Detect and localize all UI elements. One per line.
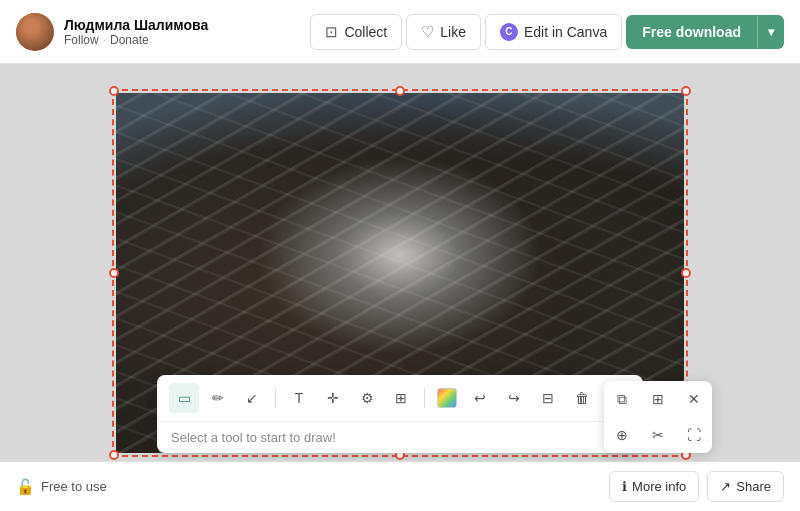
share-label: Share	[736, 479, 771, 494]
bottom-right-actions: ℹ More info ↗ Share	[609, 471, 784, 502]
dot-separator: ·	[103, 33, 106, 47]
pen-tool-button[interactable]: ✏	[203, 383, 233, 413]
info-icon: ℹ	[622, 479, 627, 494]
more-info-label: More info	[632, 479, 686, 494]
collect-button[interactable]: ⊡ Collect	[310, 14, 402, 50]
like-button[interactable]: ♡ Like	[406, 14, 481, 50]
delete-button[interactable]: ⊟	[533, 383, 563, 413]
rt-add-button[interactable]: ⊕	[604, 417, 640, 453]
collect-label: Collect	[344, 24, 387, 40]
like-label: Like	[440, 24, 466, 40]
user-info: Людмила Шалимова Follow · Donate	[16, 13, 208, 51]
edit-in-canva-button[interactable]: C Edit in Canva	[485, 14, 622, 50]
edit-in-canva-label: Edit in Canva	[524, 24, 607, 40]
free-download-button[interactable]: Free download ▾	[626, 15, 784, 49]
toolbar-separator-2	[424, 388, 425, 408]
trash-button[interactable]: 🗑	[567, 383, 597, 413]
settings-tool-button[interactable]: ⚙	[352, 383, 382, 413]
right-toolbar: ⧉ ⊞ ✕ ⊕ ✂ ⛶	[604, 381, 712, 453]
undo-button[interactable]: ↩	[465, 383, 495, 413]
share-icon: ↗	[720, 479, 731, 494]
share-button[interactable]: ↗ Share	[707, 471, 784, 502]
collect-icon: ⊡	[325, 23, 338, 41]
free-to-use-label: Free to use	[41, 479, 107, 494]
toolbar-top: ▭ ✏ ↙ T ✛ ⚙ ⊞ ↩ ↪ ⊟ 🗑 ⋯	[157, 375, 643, 422]
more-info-button[interactable]: ℹ More info	[609, 471, 699, 502]
heart-icon: ♡	[421, 23, 434, 41]
rt-close-button[interactable]: ✕	[676, 381, 712, 417]
rectangle-tool-button[interactable]: ▭	[169, 383, 199, 413]
toolbar-hint: Select a tool to start to draw!	[157, 422, 643, 453]
avatar[interactable]	[16, 13, 54, 51]
canva-icon: C	[500, 23, 518, 41]
text-tool-button[interactable]: T	[284, 383, 314, 413]
rt-grid-button[interactable]: ⊞	[640, 381, 676, 417]
user-actions: Follow · Donate	[64, 33, 208, 47]
free-icon: 🔓	[16, 478, 35, 496]
add-tool-button[interactable]: ✛	[318, 383, 348, 413]
header: Людмила Шалимова Follow · Donate ⊡ Colle…	[0, 0, 800, 64]
color-picker-button[interactable]	[437, 388, 457, 408]
drawing-toolbar: ▭ ✏ ↙ T ✛ ⚙ ⊞ ↩ ↪ ⊟ 🗑 ⋯	[157, 375, 643, 453]
image-tool-button[interactable]: ⊞	[386, 383, 416, 413]
free-download-label[interactable]: Free download	[626, 15, 757, 49]
rt-expand-button[interactable]: ⛶	[676, 417, 712, 453]
redo-button[interactable]: ↪	[499, 383, 529, 413]
free-to-use: 🔓 Free to use	[16, 478, 107, 496]
toolbar-separator-1	[275, 388, 276, 408]
bottom-bar: 🔓 Free to use ℹ More info ↗ Share	[0, 461, 800, 511]
main-content: ▭ ✏ ↙ T ✛ ⚙ ⊞ ↩ ↪ ⊟ 🗑 ⋯	[0, 64, 800, 511]
donate-link[interactable]: Donate	[110, 33, 149, 47]
follow-link[interactable]: Follow	[64, 33, 99, 47]
rt-scissors-button[interactable]: ✂	[640, 417, 676, 453]
header-actions: ⊡ Collect ♡ Like C Edit in Canva Free do…	[310, 14, 784, 50]
download-dropdown-arrow[interactable]: ▾	[757, 16, 784, 48]
user-text: Людмила Шалимова Follow · Donate	[64, 17, 208, 47]
username: Людмила Шалимова	[64, 17, 208, 33]
select-tool-button[interactable]: ↙	[237, 383, 267, 413]
rt-copy-button[interactable]: ⧉	[604, 381, 640, 417]
